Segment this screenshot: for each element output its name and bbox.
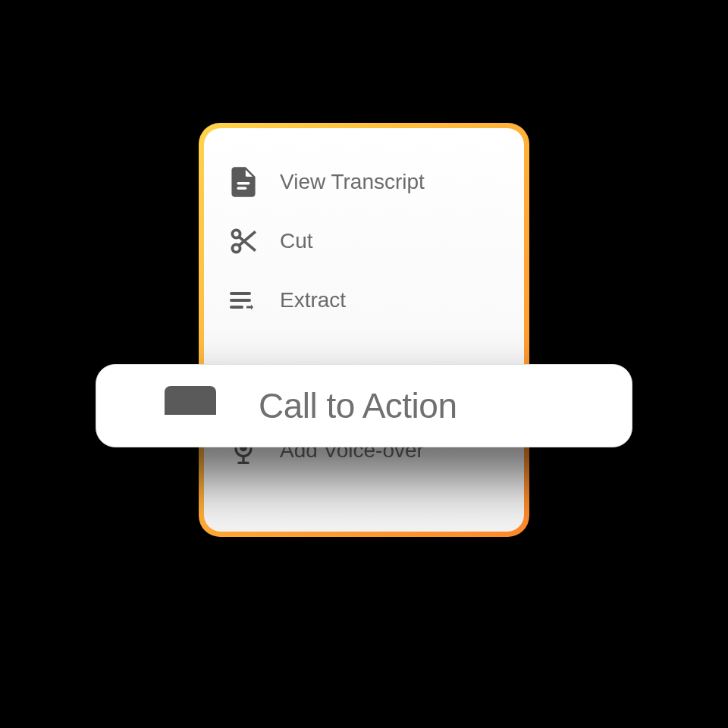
menu-item-label: Extract <box>280 288 346 312</box>
svg-rect-0 <box>237 182 250 184</box>
document-icon <box>227 167 260 197</box>
context-menu-card: View Transcript Cut <box>199 123 529 537</box>
menu-item-cut[interactable]: Cut <box>227 212 501 271</box>
svg-rect-1 <box>237 187 247 190</box>
svg-rect-8 <box>230 306 243 309</box>
banner-icon <box>163 383 218 428</box>
menu-item-view-transcript[interactable]: View Transcript <box>227 152 501 212</box>
menu-item-label: Cut <box>280 229 313 253</box>
call-to-action-button[interactable]: Call to Action <box>96 364 632 447</box>
context-menu: View Transcript Cut <box>204 128 524 532</box>
call-to-action-label: Call to Action <box>259 385 457 426</box>
svg-rect-6 <box>230 292 251 295</box>
svg-point-2 <box>232 230 240 237</box>
svg-point-3 <box>232 244 240 252</box>
menu-item-extract[interactable]: Extract <box>227 271 501 330</box>
stage: View Transcript Cut <box>0 0 728 728</box>
extract-icon <box>227 289 260 312</box>
svg-rect-7 <box>230 299 251 302</box>
scissors-icon <box>227 227 260 256</box>
menu-item-label: View Transcript <box>280 170 425 194</box>
